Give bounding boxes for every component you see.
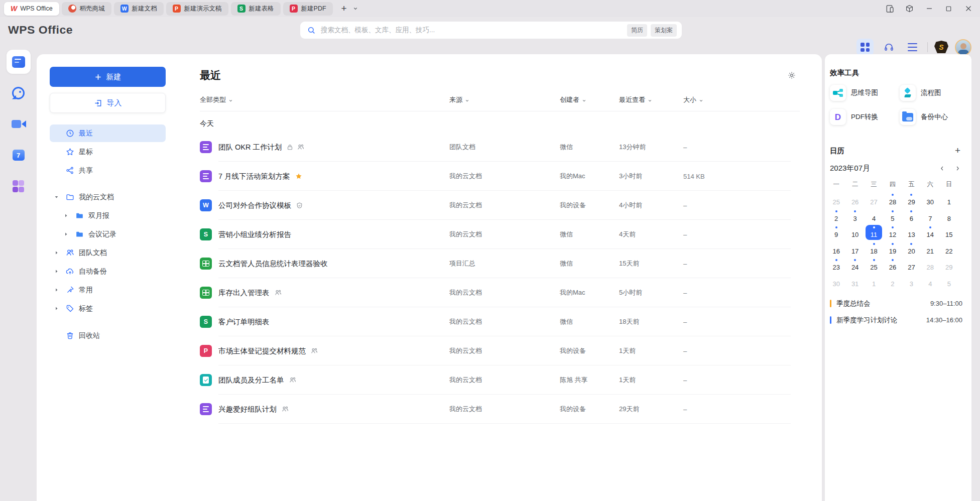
- calendar-day[interactable]: 10: [845, 225, 864, 241]
- calendar-day-selected[interactable]: 11: [865, 225, 883, 241]
- sidebar-item-my-cloud-docs[interactable]: 我的云文档: [50, 188, 166, 206]
- calendar-day[interactable]: 2: [883, 274, 902, 291]
- file-row[interactable]: 团队成员及分工名单我的云文档陈旭 共享1天前–: [200, 365, 800, 395]
- calendar-event[interactable]: 季度总结会9:30–11:00: [830, 295, 962, 312]
- sidebar-item-auto-backup[interactable]: 自动备份: [50, 263, 166, 280]
- device-sync-icon[interactable]: [882, 2, 898, 15]
- calendar-day[interactable]: 19: [883, 241, 902, 258]
- calendar-day[interactable]: 1: [865, 274, 883, 291]
- file-row[interactable]: 团队 OKR 工作计划团队文档微信13分钟前–: [200, 133, 800, 162]
- calendar-day[interactable]: 5: [883, 209, 902, 225]
- calendar-day[interactable]: 23: [827, 258, 845, 274]
- file-row[interactable]: P市场主体登记提交材料规范我的云文档我的设备1天前–: [200, 336, 800, 365]
- file-row[interactable]: S营销小组业绩分析报告我的云文档微信4天前–: [200, 220, 800, 249]
- sidebar-item-tags[interactable]: 标签: [50, 300, 166, 317]
- sidebar-item-team-docs[interactable]: 团队文档: [50, 244, 166, 262]
- caret-right-icon[interactable]: [64, 213, 75, 218]
- sidebar-item-bimonthly-report[interactable]: 双月报: [50, 207, 166, 224]
- sidebar-item-recent[interactable]: 最近: [50, 124, 166, 142]
- calendar-day[interactable]: 20: [902, 241, 921, 258]
- search-bar[interactable]: 搜索文档、模板、文库、应用、技巧... 简历策划案: [300, 22, 682, 39]
- close-button[interactable]: [960, 2, 976, 15]
- tab-wps-office[interactable]: WWPS Office: [4, 2, 59, 16]
- calendar-day[interactable]: 26: [845, 192, 864, 209]
- list-settings-gear-icon[interactable]: [788, 71, 796, 79]
- membership-badge[interactable]: S: [934, 41, 948, 54]
- rail-item-chat[interactable]: [7, 81, 31, 105]
- calendar-event[interactable]: 新季度学习计划讨论14:30–16:00: [830, 312, 962, 328]
- user-avatar[interactable]: [955, 39, 971, 56]
- rail-item-apps[interactable]: [7, 174, 31, 198]
- tool-pdf-convert[interactable]: DPDF转换: [830, 109, 900, 125]
- calendar-day[interactable]: 2: [827, 209, 845, 225]
- calendar-add-event-button[interactable]: +: [953, 145, 962, 156]
- tab-new-pdf[interactable]: P新建PDF: [283, 2, 333, 16]
- calendar-day[interactable]: 1: [940, 192, 958, 209]
- workspace-cube-icon[interactable]: [902, 2, 917, 15]
- file-row[interactable]: S客户订单明细表我的云文档微信18天前–: [200, 307, 800, 336]
- calendar-day[interactable]: 17: [845, 241, 864, 258]
- tool-mindmap[interactable]: 思维导图: [830, 85, 900, 101]
- file-row[interactable]: 兴趣爱好组队计划我的云文档我的设备29天前–: [200, 395, 800, 424]
- calendar-prev-month-icon[interactable]: [937, 165, 947, 172]
- tool-backup[interactable]: 备份中心: [900, 109, 962, 125]
- main-menu-icon[interactable]: [904, 39, 921, 56]
- tab-docer-mall[interactable]: 稻壳商城: [62, 2, 111, 16]
- calendar-day[interactable]: 4: [865, 209, 883, 225]
- filter-size[interactable]: 大小: [683, 95, 800, 104]
- calendar-day[interactable]: 14: [921, 225, 939, 241]
- rail-item-docs[interactable]: [7, 50, 31, 74]
- caret-right-icon[interactable]: [54, 250, 65, 255]
- calendar-day[interactable]: 29: [902, 192, 921, 209]
- calendar-day[interactable]: 15: [940, 225, 958, 241]
- calendar-day[interactable]: 8: [940, 209, 958, 225]
- maximize-button[interactable]: [941, 2, 956, 15]
- tab-list-chevron-icon[interactable]: [351, 5, 360, 12]
- calendar-day[interactable]: 31: [845, 274, 864, 291]
- calendar-day[interactable]: 3: [845, 209, 864, 225]
- tab-new-sheet[interactable]: S新建表格: [231, 2, 281, 16]
- import-button[interactable]: 导入: [50, 93, 166, 113]
- calendar-day[interactable]: 27: [865, 192, 883, 209]
- tab-new-doc[interactable]: W新建文档: [114, 2, 164, 16]
- calendar-day[interactable]: 6: [902, 209, 921, 225]
- minimize-button[interactable]: [921, 2, 937, 15]
- caret-right-icon[interactable]: [54, 306, 65, 311]
- calendar-day[interactable]: 13: [902, 225, 921, 241]
- calendar-day[interactable]: 30: [921, 192, 939, 209]
- sidebar-item-starred[interactable]: 星标: [50, 143, 166, 161]
- new-document-button[interactable]: 新建: [50, 67, 166, 87]
- calendar-day[interactable]: 29: [940, 258, 958, 274]
- calendar-day[interactable]: 21: [921, 241, 939, 258]
- calendar-day[interactable]: 25: [865, 258, 883, 274]
- support-headset-icon[interactable]: [880, 39, 897, 56]
- calendar-day[interactable]: 16: [827, 241, 845, 258]
- calendar-day[interactable]: 28: [883, 192, 902, 209]
- calendar-day[interactable]: 25: [827, 192, 845, 209]
- apps-grid-icon[interactable]: [856, 39, 874, 56]
- search-tag[interactable]: 策划案: [651, 24, 677, 37]
- caret-down-icon[interactable]: [54, 195, 65, 199]
- filter-viewed[interactable]: 最近查看: [619, 95, 683, 104]
- caret-right-icon[interactable]: [54, 269, 65, 274]
- tab-new-slides[interactable]: P新建演示文稿: [166, 2, 228, 16]
- calendar-day[interactable]: 18: [865, 241, 883, 258]
- sidebar-item-frequent[interactable]: 常用: [50, 281, 166, 299]
- sidebar-item-meeting-notes[interactable]: 会议记录: [50, 225, 166, 243]
- calendar-day[interactable]: 27: [902, 258, 921, 274]
- calendar-day[interactable]: 4: [921, 274, 939, 291]
- sidebar-item-shared[interactable]: 共享: [50, 162, 166, 179]
- tool-flowchart[interactable]: 流程图: [900, 85, 962, 101]
- calendar-day[interactable]: 26: [883, 258, 902, 274]
- rail-item-calendar[interactable]: 7: [7, 143, 31, 167]
- calendar-day[interactable]: 5: [940, 274, 958, 291]
- caret-right-icon[interactable]: [64, 232, 75, 236]
- rail-item-meeting[interactable]: [7, 112, 31, 136]
- calendar-day[interactable]: 12: [883, 225, 902, 241]
- new-tab-button[interactable]: +: [338, 3, 350, 14]
- file-row[interactable]: W公司对外合作协议模板我的云文档我的设备4小时前–: [200, 191, 800, 220]
- calendar-day[interactable]: 24: [845, 258, 864, 274]
- file-row[interactable]: 7 月线下活动策划方案我的云文档我的Mac3小时前514 KB: [200, 162, 800, 191]
- calendar-day[interactable]: 7: [921, 209, 939, 225]
- sidebar-item-recycle-bin[interactable]: 回收站: [50, 327, 166, 344]
